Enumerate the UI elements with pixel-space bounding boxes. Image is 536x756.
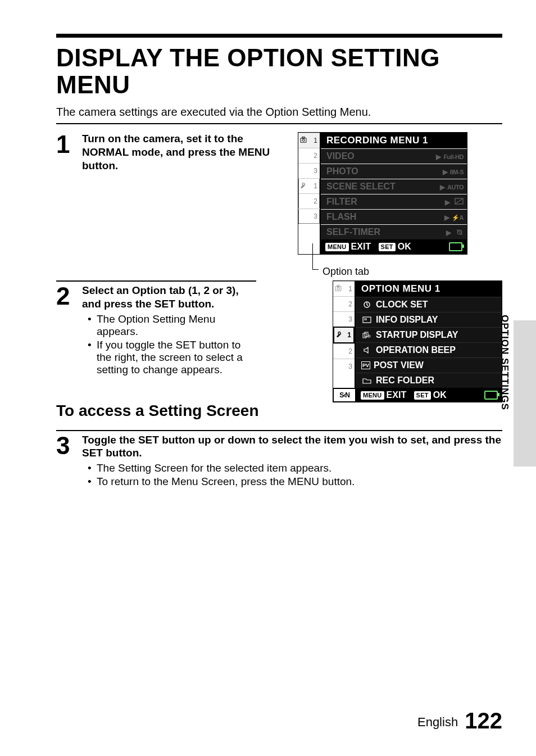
opt-row-postview-label: POST VIEW bbox=[374, 360, 424, 370]
footer-ok: OK bbox=[398, 242, 411, 251]
menu-footer: MENUEXIT SETOK bbox=[321, 239, 467, 254]
opt-row-info-label: INFO DISPLAY bbox=[376, 315, 438, 325]
camera-tab2-2: 2 bbox=[333, 296, 355, 311]
footer-ok: OK bbox=[433, 390, 447, 400]
step-3-bullet-1: The Setting Screen for the selected item… bbox=[91, 462, 502, 474]
opt-row-clock: CLOCK SET bbox=[356, 297, 502, 312]
subheading: To access a Setting Screen bbox=[56, 402, 502, 420]
opt-row-postview: PV POST VIEW bbox=[356, 357, 502, 373]
camera-tab-3-num: 3 bbox=[314, 167, 317, 175]
battery-icon bbox=[484, 391, 498, 400]
menu-row-filter-label: FILTER bbox=[326, 197, 357, 207]
triangle-right-icon: ▶ bbox=[445, 198, 450, 206]
info-display-icon bbox=[361, 316, 373, 323]
option-tab2-3-num: 3 bbox=[348, 363, 352, 370]
svg-line-4 bbox=[456, 199, 462, 203]
step-1-instruction: Turn on the camera, set it to the NORMAL… bbox=[82, 132, 279, 172]
opt-row-beep: OPERATION BEEP bbox=[356, 342, 502, 357]
wrench-icon bbox=[336, 331, 343, 339]
footer-page-number: 122 bbox=[465, 708, 502, 733]
pv-icon: PV bbox=[361, 361, 370, 369]
folder-icon bbox=[361, 377, 373, 384]
page-title: DISPLAY THE OPTION SETTING MENU bbox=[56, 34, 502, 98]
svg-point-10 bbox=[337, 288, 339, 290]
set-pill: SET bbox=[379, 243, 396, 251]
triangle-right-icon: ▶ bbox=[436, 153, 441, 161]
menu-row-scene-value: AUTO bbox=[447, 184, 464, 191]
sn-mode-indicator: S‹N bbox=[333, 388, 356, 402]
wrench-icon bbox=[300, 182, 307, 191]
tab-rail: 1 2 3 1 bbox=[298, 133, 321, 254]
menu-pill: MENU bbox=[361, 391, 384, 400]
page: OPTION SETTINGS DISPLAY THE OPTION SETTI… bbox=[0, 0, 536, 756]
divider bbox=[56, 123, 502, 124]
step-2-number: 2 bbox=[56, 284, 79, 309]
option-menu-screenshot: 1 2 3 1 2 3 bbox=[333, 280, 502, 401]
camera-icon bbox=[335, 285, 343, 293]
camera-tab2-1: 1 bbox=[333, 281, 355, 296]
menu-row-video-value: Full-HD bbox=[443, 153, 464, 160]
page-footer: English 122 bbox=[417, 708, 502, 734]
intro-text: The camera settings are executed via the… bbox=[56, 106, 502, 119]
option-menu-title: OPTION MENU 1 bbox=[356, 281, 502, 297]
menu-row-filter: FILTER ▶ bbox=[321, 194, 467, 209]
step-2-bullet-1: The Option Setting Menu appears. bbox=[91, 313, 256, 338]
opt-row-recfolder-label: REC FOLDER bbox=[376, 375, 434, 386]
camera-tab-1: 1 bbox=[298, 133, 320, 148]
triangle-right-icon: ▶ bbox=[443, 168, 448, 176]
camera-tab2-3-num: 3 bbox=[348, 315, 352, 323]
timer-off-icon bbox=[456, 227, 464, 237]
menu-row-scene: SCENE SELECT ▶AUTO bbox=[321, 179, 467, 194]
page-title-line2: MENU bbox=[56, 71, 130, 98]
footer-language: English bbox=[417, 715, 458, 729]
opt-row-clock-label: CLOCK SET bbox=[376, 300, 428, 310]
opt-row-info: INFO DISPLAY bbox=[356, 312, 502, 327]
step-3-instruction: Toggle the SET button up or down to sele… bbox=[82, 433, 502, 460]
option-tab-1: 1 bbox=[298, 178, 320, 193]
menu-row-selftimer-label: SELF-TIMER bbox=[326, 227, 380, 237]
svg-point-2 bbox=[302, 139, 305, 142]
page-title-line1: DISPLAY THE OPTION SETTING bbox=[56, 44, 440, 71]
step-2-instruction: Select an Option tab (1, 2 or 3), and pr… bbox=[82, 284, 256, 311]
camera-tab2-3: 3 bbox=[333, 311, 355, 327]
tab-rail-2: 1 2 3 1 2 3 bbox=[333, 281, 356, 388]
filter-none-icon bbox=[455, 197, 464, 206]
option-tab-3-num: 3 bbox=[314, 212, 317, 220]
camera-icon bbox=[300, 137, 308, 145]
option-tab-2-num: 2 bbox=[314, 197, 317, 205]
option-tab-2: 2 bbox=[298, 193, 320, 209]
opt-row-recfolder: REC FOLDER bbox=[356, 373, 502, 388]
side-thumb-tab bbox=[514, 320, 536, 467]
option-tab2-1-num: 1 bbox=[347, 331, 351, 339]
step-1-number: 1 bbox=[56, 132, 79, 157]
camera-tab2-2-num: 2 bbox=[348, 300, 352, 308]
option-tab2-1: 1 bbox=[333, 327, 355, 343]
opt-row-startup-label: STARTUP DISPLAY bbox=[376, 330, 458, 340]
option-tab2-2-num: 2 bbox=[348, 347, 352, 355]
footer-exit: EXIT bbox=[387, 390, 407, 400]
step-3-bullet-2: To return to the Menu Screen, press the … bbox=[91, 476, 502, 488]
menu-row-photo: PHOTO ▶8M-S bbox=[321, 164, 467, 179]
option-tab-1-num: 1 bbox=[314, 182, 317, 190]
camera-tab-2-num: 2 bbox=[314, 152, 317, 160]
option-menu-footer: MENUEXIT SETOK bbox=[356, 388, 502, 402]
svg-point-17 bbox=[368, 335, 370, 337]
step-3-number: 3 bbox=[56, 433, 79, 458]
menu-row-flash: FLASH ▶⚡A bbox=[321, 209, 467, 224]
menu-row-video: VIDEO ▶Full-HD bbox=[321, 148, 467, 164]
opt-row-beep-label: OPERATION BEEP bbox=[376, 345, 456, 355]
step-2-bullet-2: If you toggle the SET button to the righ… bbox=[91, 339, 256, 376]
menu-row-selftimer: SELF-TIMER ▶ bbox=[321, 224, 467, 239]
menu-row-photo-label: PHOTO bbox=[326, 166, 358, 176]
camera-tab-1-num: 1 bbox=[314, 137, 317, 144]
triangle-right-icon: ▶ bbox=[446, 229, 451, 237]
option-tab-callout: Option tab bbox=[298, 258, 467, 275]
menu-row-scene-label: SCENE SELECT bbox=[326, 182, 396, 192]
camera-tab-2: 2 bbox=[298, 148, 320, 163]
triangle-right-icon: ▶ bbox=[440, 183, 445, 191]
menu-row-flash-label: FLASH bbox=[326, 212, 356, 222]
startup-display-icon bbox=[361, 332, 373, 338]
menu-row-flash-value: ⚡A bbox=[452, 214, 464, 221]
camera-tab-3: 3 bbox=[298, 163, 320, 178]
recording-menu-screenshot: 1 2 3 1 bbox=[298, 132, 467, 275]
